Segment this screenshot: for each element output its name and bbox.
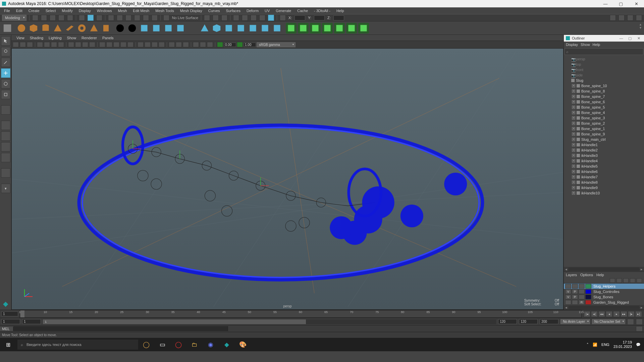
panel-layout-c-icon[interactable] [251, 15, 257, 21]
outliner-hscroll[interactable]: ◂▸ [564, 267, 644, 272]
menu-item[interactable]: UV [262, 8, 272, 13]
custom-shelf-d-icon[interactable] [322, 23, 333, 34]
expand-icon[interactable]: + [572, 100, 575, 104]
outliner-node[interactable]: +ikHandle1 [564, 142, 644, 147]
panel-tool-icon[interactable] [113, 42, 119, 47]
go-start-button[interactable]: |◂ [584, 311, 590, 317]
xform-y-input[interactable] [314, 15, 325, 20]
outliner-node[interactable]: +Bone_spine_8 [564, 88, 644, 94]
panel-tool-icon[interactable] [176, 42, 182, 47]
panel-tool-icon[interactable] [37, 42, 43, 47]
outliner-node[interactable]: +Bone_spine_1 [564, 126, 644, 131]
poly-cube-icon[interactable] [28, 23, 39, 34]
tray-notifications-icon[interactable]: 💬 [636, 343, 641, 347]
layer-p-cell[interactable]: P [572, 289, 578, 294]
character-set-dropdown[interactable]: No Character Set [592, 319, 625, 324]
cortana-icon[interactable]: ◯ [138, 338, 154, 351]
menu-item[interactable]: Edit Mesh [130, 8, 152, 13]
expand-icon[interactable]: + [572, 165, 575, 168]
app-opera-icon[interactable]: ◯ [170, 338, 186, 351]
menu-item[interactable]: Curves [206, 8, 223, 13]
mesh-bevel-icon[interactable] [187, 23, 198, 34]
outliner-node[interactable]: +ikHandle4 [564, 158, 644, 164]
custom-shelf-a-icon[interactable] [286, 23, 297, 34]
layer-tool-icon[interactable] [616, 278, 622, 283]
sidebar-toggle-a-icon[interactable] [610, 15, 616, 21]
expand-icon[interactable]: + [572, 154, 575, 157]
app-maya-icon[interactable]: ◆ [219, 338, 235, 351]
outliner-node[interactable]: +Slug_main_ctrl [564, 137, 644, 142]
expand-icon[interactable]: + [572, 89, 575, 93]
outliner-node[interactable]: +📷side [564, 72, 644, 78]
workspace-dropdown[interactable]: Modeling [2, 15, 26, 21]
mesh-append-icon[interactable] [163, 23, 174, 34]
layer-row[interactable]: VPSlug_Controlles [564, 289, 644, 294]
panel-layout-b-icon[interactable] [242, 15, 248, 21]
current-frame-field[interactable]: 1 [1, 311, 18, 316]
panel-tool-icon[interactable] [145, 42, 151, 47]
expand-icon[interactable]: + [572, 116, 575, 120]
layer-row[interactable]: RGarden_Slug_Rigged [564, 300, 644, 305]
expand-icon[interactable]: + [572, 95, 575, 98]
panel-tool-icon[interactable] [58, 42, 64, 47]
range-inner-start-field[interactable]: 1 [22, 319, 41, 324]
construction-history-icon[interactable] [204, 15, 210, 21]
go-end-button[interactable]: ▸| [635, 311, 642, 317]
lasso-tool-icon[interactable] [1, 47, 10, 56]
menu-item[interactable]: Mesh Tools [153, 8, 176, 13]
xform-x-input[interactable] [294, 15, 305, 20]
scroll-left-icon[interactable]: ◂ [564, 267, 569, 272]
range-start-field[interactable]: 1 [1, 319, 20, 324]
panel-tool-icon[interactable] [200, 42, 206, 47]
menu-item[interactable]: Mesh [115, 8, 129, 13]
outliner-maximize-icon[interactable]: ▢ [627, 36, 633, 41]
poly-plane-icon[interactable] [64, 23, 75, 34]
start-button[interactable]: ⊞ [0, 338, 16, 351]
layout-two-icon[interactable] [1, 142, 10, 152]
panel-tool-gamma-icon[interactable] [237, 42, 243, 47]
panel-tool-icon[interactable] [13, 42, 19, 47]
select-mode-icon[interactable] [79, 15, 85, 21]
layer-tool-icon[interactable] [630, 278, 635, 283]
snap-point-icon[interactable] [125, 15, 131, 21]
custom-shelf-b-icon[interactable] [298, 23, 309, 34]
task-view-icon[interactable]: ▭ [154, 338, 170, 351]
time-cursor[interactable] [20, 310, 24, 317]
sidebar-toggle-c-icon[interactable] [627, 15, 633, 21]
tray-network-icon[interactable]: 📶 [593, 343, 597, 347]
panel-menu-item[interactable]: Shading [28, 36, 46, 40]
panel-tool-icon[interactable] [169, 42, 175, 47]
render-icon[interactable] [213, 15, 219, 21]
menu-item[interactable]: Windows [94, 8, 115, 13]
exposure-input[interactable] [224, 43, 236, 47]
layer-color-swatch[interactable] [585, 300, 591, 305]
save-scene-icon[interactable] [50, 15, 56, 21]
paint-select-tool-icon[interactable] [1, 58, 10, 67]
outliner-close-icon[interactable]: ✕ [635, 36, 642, 41]
poly-cylinder-icon[interactable] [40, 23, 51, 34]
mesh-separate-icon[interactable] [127, 23, 138, 34]
taskbar-search[interactable]: ⌕ Введите здесь текст для поиска [17, 340, 138, 350]
scroll-right-icon[interactable]: ▸ [639, 267, 644, 272]
panel-menu-item[interactable]: Lighting [46, 36, 64, 40]
menu-item[interactable]: - 3DtoAll - [311, 8, 333, 13]
mesh-insert-edge-icon[interactable] [248, 23, 258, 34]
range-end-field[interactable]: 120 [519, 319, 538, 324]
menu-item[interactable]: Cache [294, 8, 311, 13]
panel-tool-icon[interactable] [207, 42, 213, 47]
layer-menu-item[interactable]: Help [596, 273, 604, 277]
layer-tool-icon[interactable] [623, 278, 629, 283]
panel-tool-icon[interactable] [99, 42, 105, 47]
outliner-node[interactable]: +Bone_spine_7 [564, 94, 644, 99]
layer-color-swatch[interactable] [585, 284, 591, 289]
snap-grid-icon[interactable] [108, 15, 114, 21]
outliner-node[interactable]: +ikHandle7 [564, 174, 644, 180]
chevron-down-icon[interactable]: ▾ [1, 184, 10, 193]
menu-item[interactable]: Deform [244, 8, 261, 13]
layer-menu-item[interactable]: Options [580, 273, 593, 277]
outliner-node[interactable]: +📷top [564, 62, 644, 67]
command-input[interactable] [13, 326, 228, 331]
layer-r-cell[interactable]: R [579, 300, 585, 305]
viewport[interactable]: persp Symmetry:Off Soft Select:Off [11, 48, 564, 310]
outliner-node[interactable]: +ikHandle9 [564, 185, 644, 190]
